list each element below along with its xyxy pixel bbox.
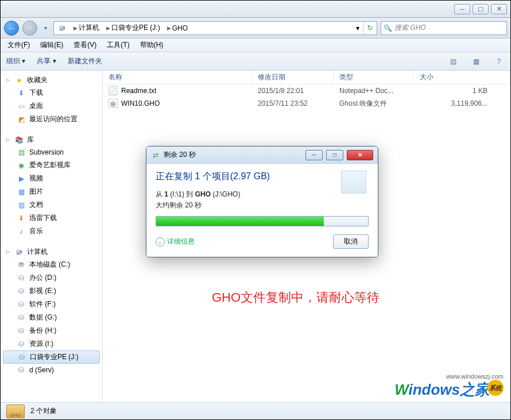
- desktop-icon: ▭: [17, 102, 26, 111]
- sidebar-item-drive-i[interactable]: ⛁资源 (I:): [1, 337, 102, 350]
- copy-icon: ⇄: [151, 151, 160, 160]
- sidebar-favorites-header[interactable]: ▷★收藏夹: [1, 74, 102, 86]
- sidebar-item-drive-e[interactable]: ⛁影视 (E:): [1, 284, 102, 298]
- search-input[interactable]: 🔍 搜索 GHO: [381, 21, 507, 35]
- search-icon: 🔍: [384, 24, 392, 32]
- status-count: 2 个对象: [30, 406, 57, 416]
- dialog-thumbnail: [341, 171, 366, 194]
- menu-view[interactable]: 查看(V): [73, 40, 96, 50]
- menu-file[interactable]: 文件(F): [7, 40, 30, 50]
- sidebar-item-drive-g[interactable]: ⛁数据 (G:): [1, 311, 102, 324]
- dialog-time-remaining: 大约剩余 20 秒: [156, 201, 369, 210]
- drive-icon: ⛁: [17, 313, 26, 322]
- sidebar-item[interactable]: ♪音乐: [1, 225, 102, 238]
- drive-icon: ⛁: [17, 353, 26, 362]
- computer-icon: 🖳: [57, 24, 67, 33]
- back-button[interactable]: ←: [4, 21, 19, 36]
- recent-icon: ◩: [17, 115, 26, 124]
- sidebar-item-drive-d[interactable]: ⛁办公 (D:): [1, 271, 102, 284]
- watermark-url: www.windowszj.com: [394, 373, 504, 380]
- drive-icon: ⛁: [17, 365, 26, 375]
- preview-pane-button[interactable]: ▦: [470, 56, 482, 67]
- dialog-heading: 正在复制 1 个项目(2.97 GB): [156, 171, 369, 183]
- share-button[interactable]: 共享 ▾: [37, 56, 56, 66]
- dialog-maximize-button[interactable]: □: [326, 150, 343, 160]
- search-placeholder: 搜索 GHO: [394, 23, 426, 33]
- titlebar: ─ ▢ ✕: [1, 1, 510, 18]
- drive-icon: ⛃: [17, 260, 26, 269]
- help-button[interactable]: ?: [493, 56, 505, 67]
- column-headers: 名称 修改日期 类型 大小: [103, 71, 510, 84]
- breadcrumb-segment[interactable]: ▶GHO: [164, 22, 191, 34]
- address-dropdown[interactable]: ▾: [353, 22, 363, 34]
- drive-icon: ⛁: [17, 287, 26, 296]
- minimize-button[interactable]: ─: [454, 4, 470, 14]
- close-button[interactable]: ✕: [491, 4, 507, 14]
- computer-icon: 🖳: [14, 248, 24, 257]
- sidebar-item-desktop[interactable]: ▭桌面: [1, 99, 102, 113]
- file-row[interactable]: ◎WIN10.GHO 2015/7/11 23:52 Ghost 映像文件 3,…: [103, 97, 510, 110]
- column-name[interactable]: 名称: [103, 71, 252, 84]
- cancel-button[interactable]: 取消: [333, 234, 369, 249]
- video-icon: ▶: [17, 174, 26, 183]
- sidebar-item-drive-h[interactable]: ⛁备份 (H:): [1, 324, 102, 337]
- download-icon: ⬇: [17, 88, 26, 98]
- drive-icon: ⛁: [17, 340, 26, 349]
- progress-fill: [156, 217, 324, 226]
- dialog-minimize-button[interactable]: ─: [305, 150, 323, 160]
- image-icon: ▦: [17, 187, 26, 196]
- breadcrumb-segment[interactable]: ▶口袋专业PE (J:): [103, 22, 164, 34]
- column-size[interactable]: 大小: [414, 71, 510, 84]
- organize-button[interactable]: 组织 ▾: [6, 56, 25, 66]
- sidebar-computer-header[interactable]: ▷🖳计算机: [1, 246, 102, 258]
- sidebar-item[interactable]: ▥文档: [1, 198, 102, 211]
- star-icon: ★: [14, 76, 24, 85]
- history-dropdown[interactable]: ▾: [41, 21, 50, 35]
- sidebar-item[interactable]: ◉爱奇艺影视库: [1, 159, 102, 172]
- folder-icon: GHO: [6, 404, 25, 418]
- forward-button[interactable]: →: [22, 21, 37, 36]
- sidebar-item[interactable]: ⬇迅雷下载: [1, 211, 102, 225]
- sidebar-item-downloads[interactable]: ⬇下载: [1, 86, 102, 99]
- dialog-source-dest: 从 1 (I:\1) 到 GHO (J:\GHO): [156, 190, 369, 199]
- menu-bar: 文件(F) 编辑(E) 查看(V) 工具(T) 帮助(H): [1, 38, 510, 52]
- file-row[interactable]: 📄Readme.txt 2015/1/8 22:01 Notepad++ Doc…: [103, 84, 510, 97]
- navigation-pane: ▷★收藏夹 ⬇下载 ▭桌面 ◩最近访问的位置 ▷📚库 ▤Subversion ◉…: [1, 71, 103, 402]
- new-folder-button[interactable]: 新建文件夹: [68, 56, 102, 66]
- sidebar-item[interactable]: ▦图片: [1, 185, 102, 198]
- sidebar-item[interactable]: ▤Subversion: [1, 146, 102, 159]
- music-icon: ♪: [17, 227, 26, 236]
- column-type[interactable]: 类型: [334, 71, 414, 84]
- menu-tools[interactable]: 工具(T): [107, 40, 129, 50]
- sidebar-item-drive-j[interactable]: ⛁口袋专业PE (J:): [3, 350, 100, 364]
- address-bar[interactable]: 🖳 ▶计算机 ▶口袋专业PE (J:) ▶GHO ▾ ↻: [53, 21, 377, 35]
- watermark: www.windowszj.com Windows之家系统: [394, 373, 504, 400]
- menu-help[interactable]: 帮助(H): [140, 40, 164, 50]
- sidebar-libraries-header[interactable]: ▷📚库: [1, 134, 102, 146]
- status-bar: GHO 2 个对象: [1, 402, 510, 419]
- command-bar: 组织 ▾ 共享 ▾ 新建文件夹 ▤ ▦ ?: [1, 52, 510, 71]
- library-icon: 📚: [14, 136, 24, 145]
- download-icon: ⬇: [17, 214, 26, 223]
- chevron-down-icon: ⌄: [156, 237, 165, 246]
- view-mode-button[interactable]: ▤: [447, 56, 459, 67]
- sidebar-item[interactable]: ▶视频: [1, 172, 102, 185]
- dialog-close-button[interactable]: ✕: [347, 150, 373, 160]
- refresh-button[interactable]: ↻: [363, 22, 377, 34]
- sidebar-item-network-drive[interactable]: ⛁d (Serv): [1, 364, 102, 376]
- sidebar-item-drive-f[interactable]: ⛁软件 (F:): [1, 298, 102, 311]
- progress-bar: [156, 216, 369, 226]
- breadcrumb-segment[interactable]: ▶计算机: [70, 22, 103, 34]
- sidebar-item-drive-c[interactable]: ⛃本地磁盘 (C:): [1, 258, 102, 271]
- column-date[interactable]: 修改日期: [252, 71, 334, 84]
- copy-progress-dialog: ⇄ 剩余 20 秒 ─ □ ✕ 正在复制 1 个项目(2.97 GB) 从 1 …: [146, 146, 378, 257]
- gho-file-icon: ◎: [109, 99, 118, 108]
- details-toggle[interactable]: ⌄ 详细信息: [156, 237, 195, 246]
- navigation-bar: ← → ▾ 🖳 ▶计算机 ▶口袋专业PE (J:) ▶GHO ▾ ↻ 🔍 搜索 …: [1, 18, 510, 38]
- menu-edit[interactable]: 编辑(E): [40, 40, 63, 50]
- drive-icon: ⛁: [17, 273, 26, 283]
- watermark-logo: Windows之家系统: [394, 380, 504, 400]
- sidebar-item-recent[interactable]: ◩最近访问的位置: [1, 113, 102, 126]
- txt-file-icon: 📄: [109, 86, 118, 95]
- maximize-button[interactable]: ▢: [473, 4, 489, 14]
